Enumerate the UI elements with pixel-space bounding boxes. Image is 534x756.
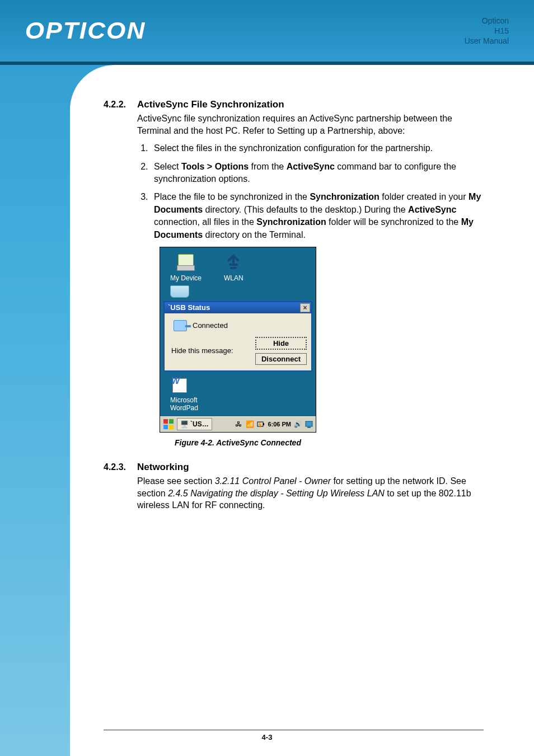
page-number: 4-3 bbox=[259, 733, 276, 741]
section-2: 4.2.3. Networking Please see section 3.2… bbox=[104, 462, 484, 511]
section-heading-1: 4.2.2. ActiveSync File Synchronization bbox=[104, 99, 484, 110]
svg-rect-7 bbox=[307, 427, 311, 428]
svg-rect-5 bbox=[263, 423, 264, 425]
hide-button[interactable]: Hide bbox=[255, 337, 307, 350]
wordpad-label-1: Microsoft bbox=[170, 396, 316, 404]
wordpad-icon bbox=[170, 376, 189, 395]
connected-row: Connected bbox=[169, 318, 307, 337]
hide-row: Hide this message: Hide Disconnect bbox=[169, 337, 307, 365]
header-brand: Opticon bbox=[465, 16, 509, 26]
my-device-shortcut[interactable]: My Device bbox=[170, 253, 202, 282]
usb-status-title: `USB Status bbox=[168, 303, 210, 312]
desktop-icons-row: My Device WLAN bbox=[160, 247, 316, 285]
taskbar-app-button[interactable]: 🖥️ `US… bbox=[177, 418, 212, 430]
connected-label: Connected bbox=[193, 321, 228, 330]
tray-volume-icon[interactable]: 🔊 bbox=[293, 420, 302, 429]
step-1: Select the files in the synchronization … bbox=[151, 142, 484, 154]
brand-logo: OPTICON bbox=[25, 17, 146, 44]
tray-clock[interactable]: 6:06 PM bbox=[268, 421, 291, 428]
taskbar: 🖥️ `US… 🖧 📶 6:06 PM 🔊 bbox=[160, 416, 316, 432]
tray-desktop-icon[interactable] bbox=[305, 420, 313, 429]
intro-text: ActiveSync file synchronization requires… bbox=[137, 112, 484, 137]
figure-caption: Figure 4-2. ActiveSync Connected bbox=[160, 438, 316, 447]
section-title: ActiveSync File Synchronization bbox=[137, 99, 284, 110]
section-intro: ActiveSync file synchronization requires… bbox=[137, 112, 484, 137]
close-button[interactable]: × bbox=[300, 303, 310, 312]
footer-rule bbox=[104, 730, 484, 730]
step-2: Select Tools > Options from the ActiveSy… bbox=[151, 161, 484, 186]
header-model: H15 bbox=[465, 26, 509, 36]
windows-flag-icon bbox=[163, 419, 174, 430]
usb-status-window: `USB Status × Connected Hide this messag… bbox=[163, 301, 312, 372]
header-doc: User Manual bbox=[465, 36, 509, 46]
content-area: 4.2.2. ActiveSync File Synchronization A… bbox=[70, 65, 534, 756]
svg-rect-2 bbox=[163, 425, 168, 429]
start-button[interactable] bbox=[162, 418, 175, 430]
my-device-label: My Device bbox=[170, 274, 202, 282]
header-meta: Opticon H15 User Manual bbox=[465, 16, 509, 46]
button-column: Hide Disconnect bbox=[255, 337, 307, 365]
steps-list: Select the files in the synchronization … bbox=[137, 142, 484, 241]
svg-rect-3 bbox=[169, 425, 174, 429]
taskbar-app-icon: 🖥️ bbox=[180, 420, 189, 428]
wordpad-label-2: WordPad bbox=[170, 404, 316, 412]
wlan-icon bbox=[224, 253, 243, 272]
hide-message-label: Hide this message: bbox=[171, 346, 233, 355]
page-header: OPTICON Opticon H15 User Manual bbox=[0, 0, 534, 62]
wlan-shortcut[interactable]: WLAN bbox=[224, 253, 243, 282]
section-2-body: Please see section 3.2.11 Control Panel … bbox=[137, 475, 484, 511]
taskbar-app-label: `US… bbox=[190, 420, 209, 428]
system-tray: 🖧 📶 6:06 PM 🔊 bbox=[234, 420, 316, 429]
section-heading-2: 4.2.3. Networking bbox=[104, 462, 484, 473]
tray-signal-icon[interactable]: 📶 bbox=[245, 420, 254, 429]
wlan-label: WLAN bbox=[224, 274, 243, 282]
my-device-icon bbox=[176, 253, 195, 272]
wordpad-shortcut[interactable]: Microsoft WordPad bbox=[160, 372, 316, 416]
svg-rect-6 bbox=[306, 421, 312, 426]
device-figure: My Device WLAN `USB Status × bbox=[160, 247, 316, 447]
device-screen: My Device WLAN `USB Status × bbox=[160, 247, 316, 433]
svg-rect-1 bbox=[169, 419, 174, 424]
usb-status-titlebar[interactable]: `USB Status × bbox=[165, 302, 311, 313]
section-number: 4.2.2. bbox=[104, 100, 130, 110]
tray-battery-icon[interactable] bbox=[256, 420, 265, 429]
recycle-bin-icon bbox=[170, 285, 189, 298]
section-number-2: 4.2.3. bbox=[104, 462, 130, 472]
usb-status-body: Connected Hide this message: Hide Discon… bbox=[165, 313, 311, 370]
tray-network-icon[interactable]: 🖧 bbox=[234, 420, 243, 429]
connection-icon bbox=[174, 320, 187, 331]
disconnect-button[interactable]: Disconnect bbox=[255, 353, 307, 365]
step-3: Place the file to be synchronized in the… bbox=[151, 191, 484, 241]
recycle-bin-shortcut[interactable] bbox=[160, 285, 316, 301]
svg-rect-0 bbox=[163, 419, 168, 424]
networking-text: Please see section 3.2.11 Control Panel … bbox=[137, 475, 484, 511]
section-title-2: Networking bbox=[137, 462, 189, 473]
